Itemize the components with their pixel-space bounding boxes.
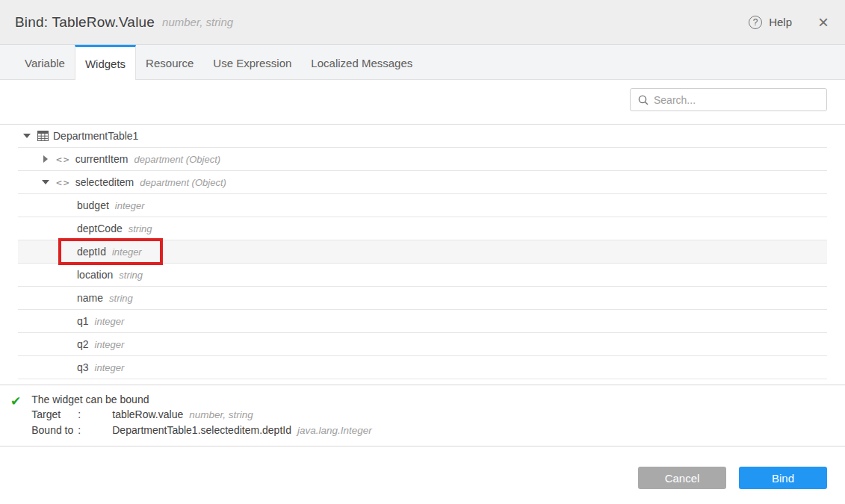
search-box[interactable] — [630, 88, 827, 111]
bind-button[interactable]: Bind — [739, 467, 827, 489]
search-input[interactable] — [654, 89, 826, 111]
tree-row-name[interactable]: namestring — [18, 287, 827, 310]
tree-node-label: q1 — [77, 315, 89, 327]
status-row-value: DepartmentTable1.selecteditem.deptId — [112, 424, 291, 436]
tree-row-deptId[interactable]: deptIdinteger — [18, 240, 827, 264]
search-icon — [638, 95, 649, 105]
tree-node-type: string — [109, 293, 133, 304]
status-row-label: Bound to — [31, 423, 78, 438]
tab-use-expression[interactable]: Use Expression — [203, 45, 301, 79]
red-annotation-box — [58, 238, 163, 265]
status-row-separator: : — [78, 423, 112, 438]
tree-row-q3[interactable]: q3integer — [18, 356, 827, 379]
status-row-separator: : — [78, 407, 112, 423]
tree-node-type: department (Object) — [134, 154, 220, 165]
tree-node-type: integer — [115, 200, 145, 211]
tab-bar: VariableWidgetsResourceUse ExpressionLoc… — [0, 45, 845, 80]
object-icon: <> — [56, 177, 71, 188]
tree-row-budget[interactable]: budgetinteger — [18, 194, 827, 217]
tree-node-label: deptId — [77, 246, 106, 258]
widget-tree: DepartmentTable1<>currentItemdepartment … — [0, 124, 845, 379]
tree-row-location[interactable]: locationstring — [18, 264, 827, 287]
tree-node-label: selecteditem — [75, 176, 134, 188]
tree-node-type: integer — [95, 362, 125, 373]
dialog-title: Bind: TableRow.Value — [15, 14, 155, 31]
status-row-value-cell: DepartmentTable1.selecteditem.deptIdjava… — [112, 423, 372, 438]
search-row — [0, 80, 845, 124]
check-icon: ✔ — [10, 393, 21, 438]
status-row-value: tableRow.value — [112, 408, 183, 420]
table-icon — [37, 131, 49, 141]
caret-shape — [23, 134, 31, 138]
tree-row-deptCode[interactable]: deptCodestring — [18, 217, 827, 240]
tree-node-label: name — [77, 292, 103, 304]
caret-down-icon[interactable] — [41, 178, 50, 187]
close-icon[interactable]: × — [818, 13, 829, 31]
tree-row-q1[interactable]: q1integer — [18, 310, 827, 333]
tree-node-type: string — [119, 270, 143, 281]
tree-row-q2[interactable]: q2integer — [18, 333, 827, 356]
tree-row-selecteditem[interactable]: <>selecteditemdepartment (Object) — [18, 171, 827, 194]
tree-node-label: currentItem — [75, 153, 129, 165]
status-message: The widget can be bound — [31, 392, 372, 407]
tree-node-type: string — [129, 223, 152, 234]
bind-dialog: Bind: TableRow.Value number, string ? He… — [0, 0, 845, 504]
tree-node-type: integer — [95, 316, 125, 327]
tree-node-type: integer — [95, 339, 125, 350]
caret-shape — [43, 155, 48, 163]
tree-row-DepartmentTable1[interactable]: DepartmentTable1 — [18, 125, 827, 148]
help-icon[interactable]: ? — [749, 16, 762, 29]
tree-node-type: integer — [112, 246, 142, 258]
caret-right-icon[interactable] — [41, 155, 50, 164]
tree-node-label: DepartmentTable1 — [53, 130, 138, 142]
cancel-button[interactable]: Cancel — [638, 467, 726, 489]
caret-down-icon[interactable] — [22, 131, 31, 140]
tree-node-label: q2 — [77, 338, 89, 350]
status-section: ✔ The widget can be bound Target:tableRo… — [0, 385, 845, 447]
status-row-value-type: java.lang.Integer — [297, 425, 372, 436]
dialog-footer: Cancel Bind — [0, 467, 845, 489]
tab-variable[interactable]: Variable — [15, 45, 75, 79]
dialog-subtitle: number, string — [162, 16, 233, 28]
tab-widgets[interactable]: Widgets — [75, 45, 136, 80]
tree-node-type: department (Object) — [140, 177, 226, 188]
tree-node-label: q3 — [77, 361, 89, 373]
dialog-header: Bind: TableRow.Value number, string ? He… — [0, 0, 845, 45]
tree-node-label: deptCode — [77, 223, 123, 234]
status-row-value-type: number, string — [189, 409, 253, 420]
status-row-label: Target — [31, 407, 78, 423]
object-icon: <> — [56, 154, 71, 165]
help-link[interactable]: Help — [769, 16, 792, 28]
status-row-value-cell: tableRow.valuenumber, string — [112, 407, 372, 423]
status-details: Target:tableRow.valuenumber, stringBound… — [31, 407, 372, 438]
caret-shape — [42, 180, 49, 184]
tree-node-label: location — [77, 269, 113, 281]
tab-localized-messages[interactable]: Localized Messages — [301, 45, 422, 79]
tree-node-label: budget — [77, 199, 109, 211]
tree-row-currentItem[interactable]: <>currentItemdepartment (Object) — [18, 148, 827, 171]
tab-resource[interactable]: Resource — [136, 45, 203, 79]
